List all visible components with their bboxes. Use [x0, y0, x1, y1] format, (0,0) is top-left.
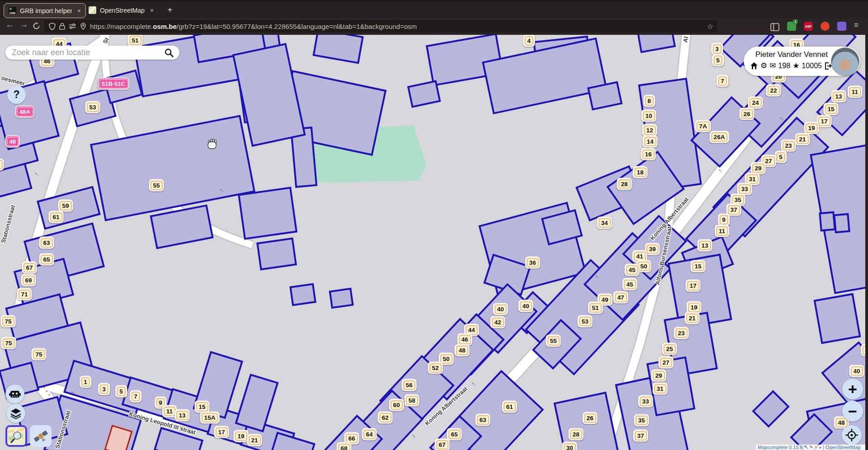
building-polygon[interactable]: [834, 214, 849, 232]
user-panel[interactable]: Pieter Vander Vennet ⚙ ✉ 198 ★ 10005: [744, 47, 860, 76]
help-button[interactable]: ?: [7, 85, 26, 104]
house-number-label[interactable]: 24: [748, 97, 763, 109]
house-number-label[interactable]: 5: [775, 151, 787, 163]
house-number-label[interactable]: 26: [582, 412, 597, 424]
house-number-label[interactable]: 8: [643, 95, 655, 107]
house-number-label[interactable]: 9: [718, 214, 730, 226]
adblock-icon[interactable]: ABP: [804, 22, 813, 31]
house-number-label[interactable]: 58: [404, 394, 419, 407]
house-number-label[interactable]: 52: [428, 362, 443, 374]
new-tab-button[interactable]: +: [167, 5, 173, 15]
house-number-label[interactable]: 51: [588, 302, 603, 314]
back-button[interactable]: ←: [5, 20, 14, 29]
house-number-label[interactable]: 65: [447, 428, 462, 441]
house-number-label[interactable]: 3: [711, 43, 723, 55]
house-number-label[interactable]: 64: [362, 428, 377, 441]
close-tab-icon[interactable]: ×: [77, 7, 81, 14]
house-number-label[interactable]: 56: [401, 379, 416, 391]
building-polygon[interactable]: [257, 239, 296, 269]
layers-button[interactable]: [6, 404, 25, 423]
tracking-shield-icon[interactable]: [49, 23, 56, 30]
house-number-label[interactable]: 15A: [200, 412, 220, 424]
avatar[interactable]: [831, 47, 859, 76]
background-map-button[interactable]: [5, 425, 27, 447]
house-number-label[interactable]: 12: [642, 124, 657, 136]
building-polygon[interactable]: [815, 294, 860, 343]
satellite-layer-button[interactable]: [30, 425, 52, 447]
house-number-label[interactable]: 42: [490, 316, 505, 328]
location-pin-icon[interactable]: [80, 23, 86, 30]
edit-icon[interactable]: ✎: [810, 445, 813, 450]
house-number-label[interactable]: 10: [641, 110, 656, 122]
close-tab-icon[interactable]: ×: [150, 7, 154, 14]
house-number-label[interactable]: 19: [686, 301, 701, 314]
building-polygon[interactable]: [483, 38, 606, 113]
house-number-label[interactable]: 75: [31, 348, 46, 361]
locate-me-button[interactable]: [842, 425, 862, 445]
house-number-label[interactable]: 40: [849, 365, 864, 377]
house-number-label[interactable]: 67: [434, 439, 449, 450]
search-input[interactable]: [11, 47, 164, 58]
grb-house-number-label[interactable]: 51B-51C: [98, 78, 129, 90]
house-number-label[interactable]: 15: [194, 401, 209, 413]
house-number-label[interactable]: 53: [577, 315, 592, 328]
house-number-label[interactable]: 23: [674, 327, 689, 339]
house-number-label[interactable]: 19: [233, 430, 248, 442]
house-number-label[interactable]: 28: [568, 428, 583, 441]
house-number-label[interactable]: 34: [597, 217, 612, 229]
house-number-label[interactable]: 13: [831, 90, 846, 103]
lock-icon[interactable]: [59, 23, 65, 30]
sidebar-extension-icon[interactable]: [770, 23, 779, 32]
house-number-label[interactable]: 11: [848, 86, 862, 98]
house-number-label[interactable]: 75: [1, 337, 16, 349]
building-polygon[interactable]: [330, 289, 353, 308]
mail-icon[interactable]: ✉: [769, 61, 776, 70]
reload-button[interactable]: [33, 22, 40, 30]
menu-button[interactable]: ≡: [854, 21, 859, 30]
house-number-label[interactable]: 11: [715, 225, 729, 237]
house-number-label[interactable]: 59: [58, 200, 73, 212]
attribution-osm-link[interactable]: | OpenStreetMap: [823, 445, 861, 450]
house-number-label[interactable]: 69: [21, 274, 36, 286]
map-canvas[interactable]: 51B-51CStationsstraatStationsstraatoesme…: [0, 0, 868, 450]
house-number-label[interactable]: 33: [737, 183, 752, 195]
house-number-label[interactable]: 4: [523, 35, 535, 47]
house-number-label[interactable]: 15: [690, 260, 705, 272]
location-search[interactable]: [5, 46, 179, 60]
house-number-label[interactable]: 5: [712, 54, 724, 66]
house-number-label[interactable]: 47: [613, 291, 628, 304]
house-number-label[interactable]: 13: [175, 409, 189, 422]
attribution-bar[interactable]: Mapcomplete 0.15.8 ⛏ ✎ ✕ ◒ | OpenStreetM…: [756, 445, 868, 450]
house-number-label[interactable]: 55: [546, 335, 561, 347]
house-number-label[interactable]: 60: [389, 399, 404, 411]
green-extension-icon[interactable]: 1: [787, 22, 796, 31]
building-polygon[interactable]: [236, 375, 278, 431]
house-number-label[interactable]: 25: [662, 343, 677, 355]
zoom-in-button[interactable]: +: [842, 379, 863, 399]
building-polygon[interactable]: [233, 44, 305, 145]
house-number-label[interactable]: 23: [781, 140, 796, 152]
house-number-label[interactable]: 68: [336, 442, 351, 450]
house-number-label[interactable]: 63: [475, 414, 490, 426]
house-number-label[interactable]: 26A: [710, 131, 729, 143]
house-number-label[interactable]: 46: [457, 333, 472, 346]
house-number-label[interactable]: 36: [525, 257, 540, 269]
house-number-label[interactable]: 33: [638, 395, 653, 408]
red-extension-icon[interactable]: [821, 22, 830, 31]
house-number-label[interactable]: 62: [377, 412, 392, 424]
house-number-label[interactable]: 67: [22, 262, 37, 274]
building-polygon[interactable]: [239, 188, 297, 239]
tab-grb-import-helper[interactable]: GRB GRB import helper ×: [4, 3, 86, 18]
building-polygon[interactable]: [753, 391, 788, 427]
building-polygon[interactable]: [151, 206, 212, 248]
url-bar[interactable]: https://mapcomplete.osm.be/grb?z=19&lat=…: [44, 20, 717, 33]
house-number-label[interactable]: 28: [617, 178, 632, 190]
building-polygon[interactable]: [290, 284, 315, 305]
search-icon[interactable]: [164, 48, 174, 58]
house-number-label[interactable]: 53: [85, 101, 100, 113]
house-number-label[interactable]: 48: [454, 344, 469, 356]
license-icon[interactable]: ◒: [819, 445, 821, 450]
house-number-label[interactable]: 37: [633, 430, 648, 442]
house-number-label[interactable]: 31: [652, 383, 667, 395]
tab-openstreetmap[interactable]: OpenStreetMap ×: [84, 3, 165, 17]
